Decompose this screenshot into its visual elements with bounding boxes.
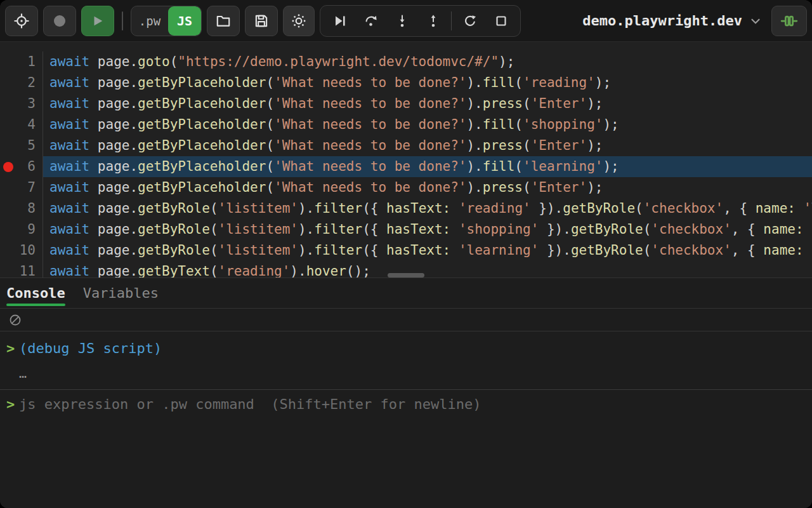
breakpoint-gutter[interactable]	[0, 156, 16, 177]
line-number[interactable]: 6	[16, 156, 43, 177]
log-prompt-icon: >	[6, 340, 19, 357]
debug-controls-group	[320, 5, 521, 37]
target-page-label: demo.playwright.dev	[582, 13, 742, 29]
clear-console-button[interactable]	[8, 313, 22, 327]
code-line-2[interactable]: 2await page.getByPlaceholder('What needs…	[0, 72, 812, 93]
code-line-10[interactable]: 10await page.getByRole('listitem').filte…	[0, 240, 812, 261]
panel-resize-handle[interactable]	[388, 273, 424, 277]
step-over-icon	[363, 13, 379, 29]
code-text: await page.getByPlaceholder('What needs …	[43, 72, 812, 93]
console-panel: Console Variables >(debug JS script)… >	[0, 278, 812, 508]
pick-locator-button[interactable]	[5, 6, 38, 36]
breakpoint-gutter[interactable]	[0, 72, 16, 93]
line-number[interactable]: 8	[16, 198, 43, 219]
step-into-button[interactable]	[386, 7, 417, 35]
breakpoint-gutter[interactable]	[0, 135, 16, 156]
toolbar: .pw JS	[0, 0, 812, 42]
line-number[interactable]: 4	[16, 114, 43, 135]
console-tab-bar: Console Variables	[0, 278, 812, 309]
run-button[interactable]	[81, 6, 114, 36]
console-actions-row	[0, 309, 812, 331]
code-text: await page.goto("https://demo.playwright…	[43, 51, 812, 72]
line-number[interactable]: 1	[16, 51, 43, 72]
tab-variables[interactable]: Variables	[83, 278, 159, 308]
folder-open-icon	[215, 13, 232, 29]
console-input-row: >	[0, 390, 812, 413]
breakpoint-gutter[interactable]	[0, 93, 16, 114]
pick-locator-icon	[13, 13, 30, 29]
run-icon	[91, 14, 105, 28]
code-editor[interactable]: 1await page.goto("https://demo.playwrigh…	[0, 42, 812, 277]
console-log: >(debug JS script)…	[0, 331, 812, 390]
attach-connector-icon	[780, 11, 799, 30]
code-line-7[interactable]: 7await page.getByPlaceholder('What needs…	[0, 177, 812, 198]
pw-mode-button[interactable]: .pw	[131, 6, 168, 36]
open-file-button[interactable]	[207, 6, 240, 36]
js-mode-button[interactable]: JS	[168, 6, 201, 36]
resume-icon	[332, 13, 348, 29]
step-into-icon	[395, 13, 410, 29]
console-input[interactable]	[19, 396, 806, 413]
line-number[interactable]: 3	[16, 93, 43, 114]
line-number[interactable]: 11	[16, 261, 43, 277]
playwright-debugger-window: .pw JS	[0, 0, 812, 508]
clear-console-icon	[9, 314, 22, 326]
step-out-icon	[426, 13, 441, 29]
code-line-4[interactable]: 4await page.getByPlaceholder('What needs…	[0, 114, 812, 135]
save-icon	[253, 13, 270, 29]
code-text: await page.getByRole('listitem').filter(…	[43, 198, 812, 219]
breakpoint-gutter[interactable]	[0, 240, 16, 261]
stop-button[interactable]	[485, 7, 516, 35]
code-text: await page.getByPlaceholder('What needs …	[43, 114, 812, 135]
log-command-text: (debug JS script)	[19, 340, 162, 357]
step-over-button[interactable]	[355, 7, 386, 35]
log-pending-result: …	[6, 366, 806, 380]
code-text: await page.getByPlaceholder('What needs …	[43, 93, 812, 114]
toolbar-divider	[122, 11, 123, 30]
stop-icon	[494, 13, 509, 29]
breakpoint-gutter[interactable]	[0, 261, 16, 277]
line-number[interactable]: 2	[16, 72, 43, 93]
code-text: await page.getByPlaceholder('What needs …	[43, 156, 812, 177]
line-number[interactable]: 7	[16, 177, 43, 198]
breakpoint-icon[interactable]	[3, 162, 13, 172]
code-line-6[interactable]: 6await page.getByPlaceholder('What needs…	[0, 156, 812, 177]
breakpoint-gutter[interactable]	[0, 219, 16, 240]
target-page-selector[interactable]: demo.playwright.dev	[582, 13, 763, 29]
console-log-command: >(debug JS script)	[6, 340, 806, 357]
debug-controls-divider	[451, 11, 452, 30]
code-text: await page.getByRole('listitem').filter(…	[43, 219, 812, 240]
code-text: await page.getByPlaceholder('What needs …	[43, 177, 812, 198]
attach-browser-button[interactable]	[771, 6, 807, 36]
resume-button[interactable]	[324, 7, 355, 35]
code-text: await page.getByRole('listitem').filter(…	[43, 240, 812, 261]
code-line-3[interactable]: 3await page.getByPlaceholder('What needs…	[0, 93, 812, 114]
breakpoint-gutter[interactable]	[0, 114, 16, 135]
step-out-button[interactable]	[417, 7, 449, 35]
highlight-sun-icon	[291, 13, 307, 29]
breakpoint-gutter[interactable]	[0, 198, 16, 219]
code-line-1[interactable]: 1await page.goto("https://demo.playwrigh…	[0, 51, 812, 72]
tab-console[interactable]: Console	[6, 278, 65, 308]
record-button[interactable]	[43, 6, 76, 36]
record-icon	[52, 13, 67, 29]
code-line-5[interactable]: 5await page.getByPlaceholder('What needs…	[0, 135, 812, 156]
code-text: await page.getByPlaceholder('What needs …	[43, 135, 812, 156]
line-number[interactable]: 10	[16, 240, 43, 261]
restart-icon	[462, 13, 478, 29]
code-text: await page.getByText('reading').hover();	[43, 261, 812, 277]
language-mode-toggle: .pw JS	[131, 6, 202, 36]
code-line-9[interactable]: 9await page.getByRole('listitem').filter…	[0, 219, 812, 240]
highlight-toggle-button[interactable]	[283, 6, 315, 36]
save-file-button[interactable]	[245, 6, 278, 36]
breakpoint-gutter[interactable]	[0, 177, 16, 198]
breakpoint-gutter[interactable]	[0, 51, 16, 72]
code-line-8[interactable]: 8await page.getByRole('listitem').filter…	[0, 198, 812, 219]
chevron-down-icon	[749, 14, 763, 28]
line-number[interactable]: 9	[16, 219, 43, 240]
line-number[interactable]: 5	[16, 135, 43, 156]
console-prompt: >	[6, 396, 19, 413]
restart-button[interactable]	[454, 7, 485, 35]
